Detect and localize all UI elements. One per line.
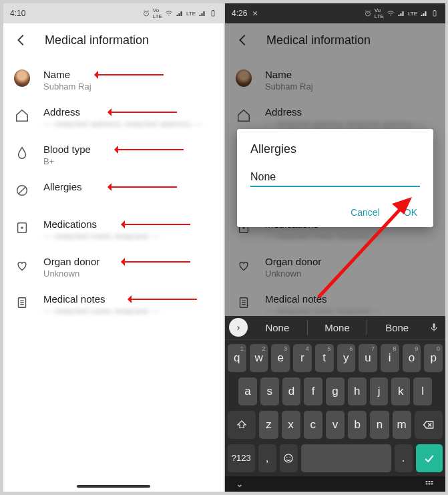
- cancel-button[interactable]: Cancel: [348, 203, 383, 222]
- check-icon: [423, 452, 436, 465]
- key-h[interactable]: h: [348, 377, 367, 405]
- field-value: Subham Raj: [43, 81, 213, 92]
- signal-icon: [420, 9, 428, 17]
- key-i[interactable]: i8: [381, 344, 399, 372]
- enter-key[interactable]: [416, 444, 443, 472]
- medical-list: NameSubham RajAddress— redacted address …: [3, 57, 224, 329]
- status-icons: VoLTE LTE: [142, 7, 217, 19]
- symbols-key[interactable]: ?123: [228, 444, 255, 472]
- suggestion-bar: › None Mone Bone: [225, 316, 445, 340]
- field-label: Name: [43, 69, 213, 80]
- key-x[interactable]: x: [282, 411, 300, 439]
- clipboard-icon: [14, 295, 30, 311]
- backspace-key[interactable]: [415, 411, 443, 439]
- period-key[interactable]: .: [395, 444, 413, 472]
- row-name[interactable]: NameSubham Raj: [3, 62, 224, 100]
- key-n[interactable]: n: [370, 411, 389, 439]
- keyboard-switcher-icon[interactable]: [424, 478, 435, 489]
- suggestion[interactable]: Mone: [310, 322, 365, 333]
- alarm-icon: [364, 9, 372, 17]
- key-f[interactable]: f: [304, 377, 322, 405]
- key-q[interactable]: q1: [228, 344, 246, 372]
- pill-icon: [14, 220, 30, 236]
- field-value: — redacted address redacted address —: [43, 119, 213, 129]
- row-meds[interactable]: Medications— redacted meds redacted —: [3, 212, 224, 249]
- battery-icon: [431, 9, 439, 17]
- key-s[interactable]: s: [260, 377, 279, 405]
- nav-bar: ⌄: [225, 476, 445, 492]
- field-label: Medical notes: [43, 293, 213, 305]
- key-k[interactable]: k: [391, 377, 410, 405]
- ok-button[interactable]: OK: [401, 203, 420, 222]
- key-u[interactable]: u7: [359, 344, 377, 372]
- key-v[interactable]: v: [326, 411, 345, 439]
- key-o[interactable]: o9: [403, 344, 421, 372]
- keyboard: › None Mone Bone q1w2e3r4t5y6u7i8o9p0 as…: [225, 316, 445, 492]
- net-label: LTE: [408, 11, 417, 17]
- no-icon: [14, 182, 30, 198]
- back-icon[interactable]: [14, 33, 29, 47]
- volte-icon: VoLTE: [153, 7, 162, 19]
- row-allergies[interactable]: Allergies: [3, 174, 224, 212]
- volte-icon: VoLTE: [375, 7, 384, 19]
- row-blood[interactable]: Blood typeB+: [3, 137, 224, 174]
- expand-icon[interactable]: ›: [229, 318, 248, 337]
- signal-icon: [198, 9, 206, 17]
- blood-icon: [14, 145, 30, 161]
- fan-icon: [251, 9, 259, 17]
- key-j[interactable]: j: [370, 377, 389, 405]
- field-label: Organ donor: [43, 256, 213, 267]
- signal-icon: [397, 9, 405, 17]
- field-value: Unknown: [43, 269, 213, 279]
- home-indicator[interactable]: [77, 485, 150, 488]
- field-label: Medications: [43, 218, 213, 230]
- signal-icon: [176, 9, 184, 17]
- key-m[interactable]: m: [393, 411, 411, 439]
- key-g[interactable]: g: [326, 377, 345, 405]
- field-label: Allergies: [43, 181, 213, 192]
- key-e[interactable]: e3: [271, 344, 290, 372]
- battery-icon: [209, 9, 217, 17]
- key-d[interactable]: d: [282, 377, 301, 405]
- mic-icon[interactable]: [427, 321, 441, 333]
- status-time: 4:26: [232, 9, 247, 18]
- allergies-input[interactable]: [250, 168, 420, 187]
- key-c[interactable]: c: [304, 411, 322, 439]
- row-address[interactable]: Address— redacted address redacted addre…: [3, 100, 224, 137]
- key-z[interactable]: z: [259, 411, 278, 439]
- emoji-icon: [282, 452, 294, 464]
- phone-right: 4:26 VoLTE LTE Medical information NameS…: [225, 3, 445, 492]
- heart-icon: [14, 257, 30, 273]
- status-icons: VoLTE LTE: [364, 7, 439, 19]
- comma-key[interactable]: ,: [258, 444, 276, 472]
- key-r[interactable]: r4: [293, 344, 312, 372]
- phone-left: 4:10 VoLTE LTE Medical information NameS…: [3, 3, 224, 492]
- backspace-icon: [422, 418, 435, 432]
- wifi-icon: [165, 9, 173, 17]
- key-a[interactable]: a: [238, 377, 257, 405]
- key-t[interactable]: t5: [315, 344, 334, 372]
- key-w[interactable]: w2: [250, 344, 268, 372]
- suggestion[interactable]: None: [250, 322, 304, 333]
- row-notes[interactable]: Medical notes— redacted notes redacted —: [3, 287, 224, 324]
- key-p[interactable]: p0: [424, 344, 443, 372]
- field-value: B+: [43, 156, 213, 166]
- suggestion[interactable]: Bone: [370, 322, 424, 333]
- net-label: LTE: [186, 11, 196, 17]
- wifi-icon: [387, 9, 395, 17]
- status-bar: 4:10 VoLTE LTE: [3, 3, 224, 23]
- key-l[interactable]: l: [413, 377, 432, 405]
- status-bar: 4:26 VoLTE LTE: [225, 3, 445, 23]
- emoji-key[interactable]: [280, 444, 298, 472]
- shift-key[interactable]: [228, 411, 256, 439]
- home-icon: [14, 108, 30, 124]
- nav-collapse-icon[interactable]: ⌄: [236, 478, 244, 489]
- row-organ[interactable]: Organ donorUnknown: [3, 249, 224, 287]
- field-label: Blood type: [43, 144, 213, 155]
- space-key[interactable]: [301, 444, 391, 472]
- dialog-title: Allergies: [250, 142, 420, 156]
- status-time: 4:10: [10, 9, 25, 18]
- key-b[interactable]: b: [348, 411, 367, 439]
- allergies-dialog: Allergies Cancel OK: [237, 129, 433, 227]
- key-y[interactable]: y6: [337, 344, 356, 372]
